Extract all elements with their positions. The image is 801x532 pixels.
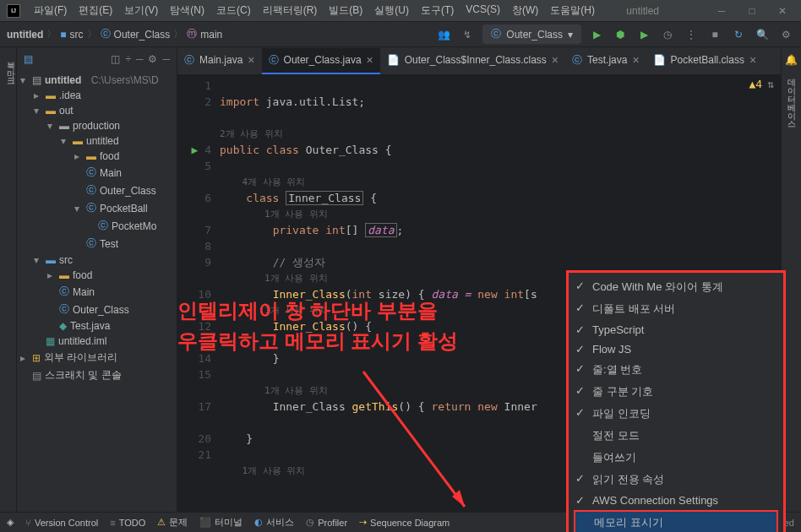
ctx-item[interactable]: 줄 구분 기호 bbox=[569, 381, 783, 403]
editor-tab-active[interactable]: ⓒOuter_Class.java× bbox=[262, 48, 380, 74]
menu-build[interactable]: 빌드(B) bbox=[324, 2, 368, 19]
update-button[interactable]: ↻ bbox=[730, 26, 747, 43]
debug-button[interactable]: ⬢ bbox=[612, 26, 629, 43]
editor-tab[interactable]: ⓒTest.java× bbox=[565, 48, 646, 74]
breadcrumb[interactable]: untitled 〉 ■src 〉 ⓒOuter_Class 〉 ⓜmain bbox=[7, 27, 222, 41]
tree-item[interactable]: ⓒOuter_Class bbox=[17, 301, 177, 318]
menu-edit[interactable]: 편집(E) bbox=[74, 2, 117, 19]
collapse-icon[interactable]: ─ bbox=[136, 53, 144, 65]
statusbar-context-menu: Code With Me 와이어 통계 디폴트 배포 서버 TypeScript… bbox=[566, 270, 786, 532]
status-terminal[interactable]: ⬛터미널 bbox=[199, 516, 242, 529]
close-icon[interactable]: × bbox=[367, 53, 373, 67]
menu-vcs[interactable]: VCS(S) bbox=[460, 2, 505, 19]
ctx-item-memory-indicator[interactable]: 메모리 표시기 bbox=[574, 510, 778, 532]
ctx-item[interactable]: AWS Connection Settings bbox=[569, 491, 783, 510]
editor-tab[interactable]: 📄Outer_Class$Inner_Class.class× bbox=[380, 48, 565, 73]
warning-icon[interactable]: ▲4 bbox=[749, 78, 763, 90]
app-logo-icon: IJ bbox=[7, 4, 20, 18]
run-config-selector[interactable]: ⓒ Outer_Class ▾ bbox=[482, 24, 581, 44]
search-icon[interactable]: 🔍 bbox=[754, 26, 771, 43]
menu-window[interactable]: 창(W) bbox=[507, 2, 543, 19]
breadcrumb-item[interactable]: src bbox=[70, 29, 84, 41]
tree-item[interactable]: ▾▬untitled bbox=[17, 133, 177, 149]
gear-icon[interactable]: ⚙ bbox=[148, 53, 157, 65]
tree-item[interactable]: ▤스크래치 및 콘솔 bbox=[17, 366, 177, 384]
menu-refactor[interactable]: 리팩터링(R) bbox=[258, 2, 323, 19]
tree-item[interactable]: ▾▬src bbox=[17, 252, 177, 268]
tree-item[interactable]: ⓒOuter_Class bbox=[17, 182, 177, 199]
menu-run[interactable]: 실행(U) bbox=[369, 2, 414, 19]
menu-help[interactable]: 도움말(H) bbox=[545, 2, 600, 19]
run-button[interactable]: ▶ bbox=[588, 26, 605, 43]
ctx-item[interactable]: 파일 인코딩 bbox=[569, 403, 783, 425]
notifications-icon[interactable]: 🔔 bbox=[785, 54, 798, 66]
ctx-item[interactable]: Flow JS bbox=[569, 339, 783, 359]
divide-icon[interactable]: ÷ bbox=[125, 53, 131, 65]
tree-item[interactable]: ▸▬.idea bbox=[17, 88, 177, 103]
ctx-item[interactable]: 디폴트 배포 서버 bbox=[569, 298, 783, 320]
editor-tab[interactable]: 📄PocketBall.class× bbox=[646, 48, 764, 73]
editor-indicators: ▲4 ⇅ bbox=[749, 78, 774, 90]
status-vcs[interactable]: ⑂Version Control bbox=[25, 518, 98, 528]
breadcrumb-item[interactable]: main bbox=[200, 29, 222, 41]
menu-view[interactable]: 보기(V) bbox=[119, 2, 163, 19]
hide-icon[interactable]: ─ bbox=[162, 53, 170, 65]
tree-root[interactable]: ▾▤ untitled C:\Users\MS\D bbox=[17, 73, 177, 88]
status-profiler[interactable]: ◷Profiler bbox=[306, 517, 347, 528]
menu-tools[interactable]: 도구(T) bbox=[416, 2, 459, 19]
tree-item[interactable]: ◆Test.java bbox=[17, 318, 177, 334]
status-sequence[interactable]: ⇢Sequence Diagram bbox=[359, 517, 450, 528]
project-panel-header: ▤ ◫ ÷ ─ ⚙ ─ bbox=[17, 47, 177, 71]
gear-icon[interactable]: ⚙ bbox=[777, 26, 794, 43]
profile-button[interactable]: ◷ bbox=[659, 26, 676, 43]
db-icon[interactable]: 데이터베이스 bbox=[786, 73, 798, 123]
close-icon[interactable]: × bbox=[632, 53, 639, 67]
more-icon[interactable]: ⋮ bbox=[683, 26, 700, 43]
close-icon[interactable]: × bbox=[552, 53, 559, 67]
tree-item[interactable]: ⓒTest bbox=[17, 235, 177, 252]
tree-item[interactable]: ▾ⓒPocketBall bbox=[17, 199, 177, 217]
tree-item[interactable]: ⓒPocketMo bbox=[17, 217, 177, 235]
breadcrumb-item[interactable]: Outer_Class bbox=[114, 29, 171, 41]
code-with-me-icon[interactable]: 👥 bbox=[435, 26, 452, 43]
project-tree[interactable]: ▾▤ untitled C:\Users\MS\D ▸▬.idea ▾▬out … bbox=[17, 71, 177, 386]
close-button[interactable]: ✕ bbox=[771, 3, 794, 19]
status-services[interactable]: ◐서비스 bbox=[254, 516, 294, 529]
run-gutter-icon[interactable]: ▶ bbox=[192, 144, 199, 156]
hammer-icon[interactable]: ↯ bbox=[459, 26, 476, 43]
tree-item[interactable]: ⓒMain bbox=[17, 283, 177, 301]
maximize-button[interactable]: □ bbox=[740, 3, 764, 19]
ctx-item[interactable]: 들여쓰기 bbox=[569, 447, 783, 469]
stop-button[interactable]: ■ bbox=[706, 26, 723, 43]
editor-tabs: ⓒMain.java× ⓒOuter_Class.java× 📄Outer_Cl… bbox=[177, 47, 781, 74]
close-icon[interactable]: × bbox=[749, 53, 756, 67]
line-gutter: 1 2 ▶ 4 5 6 7 8 9 10 12 14 15 17 bbox=[177, 74, 220, 512]
status-todo[interactable]: ≡TODO bbox=[110, 518, 145, 528]
status-problems[interactable]: ⚠문제 bbox=[157, 516, 188, 529]
ctx-item[interactable]: TypeScript bbox=[569, 320, 783, 339]
left-tool-bookmark[interactable]: 북마크 bbox=[4, 56, 16, 512]
menu-code[interactable]: 코드(C) bbox=[211, 2, 256, 19]
tree-item[interactable]: ▸▬food bbox=[17, 149, 177, 164]
ctx-item[interactable]: Code With Me 와이어 통계 bbox=[569, 276, 783, 298]
up-down-icon[interactable]: ⇅ bbox=[767, 78, 774, 90]
close-icon[interactable]: × bbox=[248, 53, 254, 67]
tree-item[interactable]: ▸⊞외부 라이브러리 bbox=[17, 349, 177, 366]
menu-navigate[interactable]: 탐색(N) bbox=[165, 2, 210, 19]
layers-icon[interactable]: ◈ bbox=[7, 517, 14, 528]
tree-item[interactable]: ▸▬food bbox=[17, 268, 177, 283]
tree-item[interactable]: ⓒMain bbox=[17, 164, 177, 182]
folder-icon: ▤ bbox=[24, 53, 33, 65]
ctx-item[interactable]: 절전 모드 bbox=[569, 425, 783, 447]
breadcrumb-project[interactable]: untitled bbox=[7, 29, 43, 41]
minimize-button[interactable]: ─ bbox=[710, 3, 733, 19]
editor-tab[interactable]: ⓒMain.java× bbox=[177, 48, 262, 74]
expand-icon[interactable]: ◫ bbox=[111, 53, 120, 65]
coverage-button[interactable]: ▶ bbox=[635, 26, 652, 43]
ctx-item[interactable]: 읽기 전용 속성 bbox=[569, 469, 783, 491]
tree-item[interactable]: ▾▬out bbox=[17, 103, 177, 118]
ctx-item[interactable]: 줄:열 번호 bbox=[569, 359, 783, 381]
menu-file[interactable]: 파일(F) bbox=[29, 2, 72, 19]
tree-item[interactable]: ▾▬production bbox=[17, 118, 177, 133]
tree-item[interactable]: ▦untitled.iml bbox=[17, 334, 177, 349]
